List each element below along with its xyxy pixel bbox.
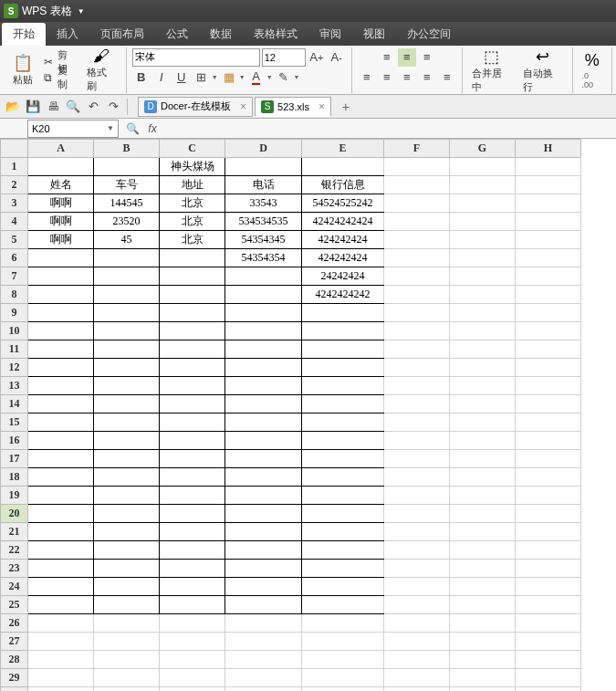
cell-C26[interactable] <box>160 614 225 633</box>
paste-button[interactable]: 📋 粘贴 <box>7 49 38 91</box>
cell-H22[interactable] <box>516 541 581 560</box>
chevron-down-icon[interactable]: ▼ <box>266 74 273 80</box>
row-head-7[interactable]: 7 <box>1 267 28 286</box>
row-head-11[interactable]: 11 <box>1 340 28 359</box>
cell-G19[interactable] <box>450 487 516 505</box>
col-head-D[interactable]: D <box>225 140 302 158</box>
cell-F4[interactable] <box>384 213 450 231</box>
menu-view[interactable]: 视图 <box>352 23 396 46</box>
cell-G2[interactable] <box>450 176 516 194</box>
cell-E23[interactable] <box>302 560 384 578</box>
cell-A7[interactable] <box>28 267 94 286</box>
cell-G16[interactable] <box>450 432 516 450</box>
tab-docer[interactable]: D Docer-在线模板 × <box>138 97 253 117</box>
row-head-14[interactable]: 14 <box>1 395 28 414</box>
cell-D26[interactable] <box>225 614 302 633</box>
cell-C21[interactable] <box>160 523 225 541</box>
cell-D25[interactable] <box>225 596 302 614</box>
cell-H15[interactable] <box>516 414 581 432</box>
cell-C12[interactable] <box>160 359 225 377</box>
cell-B5[interactable]: 45 <box>94 231 160 249</box>
col-head-G[interactable]: G <box>450 140 516 158</box>
row-head-27[interactable]: 27 <box>1 633 28 651</box>
row-head-16[interactable]: 16 <box>1 432 28 450</box>
cell-B1[interactable] <box>94 158 160 176</box>
highlight-button[interactable]: ✎ <box>275 68 293 87</box>
col-head-C[interactable]: C <box>160 140 225 158</box>
print-icon[interactable]: 🖶 <box>44 98 62 116</box>
cell-H27[interactable] <box>516 633 581 651</box>
cell-C29[interactable] <box>160 669 225 687</box>
cell-A27[interactable] <box>28 633 94 651</box>
cell-B15[interactable] <box>94 414 160 432</box>
cell-E12[interactable] <box>302 359 384 377</box>
cell-E19[interactable] <box>302 487 384 505</box>
cell-F14[interactable] <box>384 395 450 414</box>
cell-B13[interactable] <box>94 377 160 395</box>
cell-A30[interactable] <box>28 687 94 692</box>
menu-start[interactable]: 开始 <box>2 23 46 46</box>
cell-E29[interactable] <box>302 669 384 687</box>
cell-D19[interactable] <box>225 487 302 505</box>
cell-C6[interactable] <box>160 249 225 267</box>
cell-B23[interactable] <box>94 560 160 578</box>
cell-C16[interactable] <box>160 432 225 450</box>
cell-G28[interactable] <box>450 651 516 669</box>
cell-A5[interactable]: 啊啊 <box>28 231 94 249</box>
row-head-25[interactable]: 25 <box>1 596 28 614</box>
row-head-3[interactable]: 3 <box>1 194 28 213</box>
cell-G25[interactable] <box>450 596 516 614</box>
cell-C4[interactable]: 北京 <box>160 213 225 231</box>
menu-insert[interactable]: 插入 <box>46 23 89 46</box>
cell-A22[interactable] <box>28 541 94 560</box>
cell-A8[interactable] <box>28 286 94 304</box>
cell-D20[interactable] <box>225 505 302 523</box>
cell-C13[interactable] <box>160 377 225 395</box>
cell-A21[interactable] <box>28 523 94 541</box>
cell-H28[interactable] <box>516 651 581 669</box>
row-head-6[interactable]: 6 <box>1 249 28 267</box>
search-fx-icon[interactable]: 🔍 <box>124 120 141 137</box>
cell-E27[interactable] <box>302 633 384 651</box>
cell-E13[interactable] <box>302 377 384 395</box>
cell-C11[interactable] <box>160 340 225 359</box>
cell-E26[interactable] <box>302 614 384 633</box>
cell-E5[interactable]: 424242424 <box>302 231 384 249</box>
cell-B4[interactable]: 23520 <box>94 213 160 231</box>
cell-E10[interactable] <box>302 322 384 340</box>
cell-G11[interactable] <box>450 340 516 359</box>
cell-G14[interactable] <box>450 395 516 414</box>
cell-A6[interactable] <box>28 249 94 267</box>
cell-A16[interactable] <box>28 432 94 450</box>
cell-C24[interactable] <box>160 578 225 596</box>
fill-color-button[interactable]: ▦ <box>220 68 238 87</box>
title-dropdown-icon[interactable]: ▼ <box>78 7 85 16</box>
cell-A1[interactable] <box>28 158 94 176</box>
row-head-24[interactable]: 24 <box>1 578 28 596</box>
cell-F16[interactable] <box>384 432 450 450</box>
cell-H26[interactable] <box>516 614 581 633</box>
cell-B9[interactable] <box>94 304 160 322</box>
cell-F1[interactable] <box>384 158 450 176</box>
row-head-20[interactable]: 20 <box>1 505 28 523</box>
cell-E2[interactable]: 银行信息 <box>302 176 384 194</box>
decrease-font-icon[interactable]: A- <box>328 48 346 67</box>
menu-page-layout[interactable]: 页面布局 <box>89 23 155 46</box>
cell-D13[interactable] <box>225 377 302 395</box>
name-box[interactable]: K20 ▼ <box>27 120 119 138</box>
cell-H1[interactable] <box>516 158 581 176</box>
cell-D29[interactable] <box>225 669 302 687</box>
cell-C17[interactable] <box>160 450 225 468</box>
cell-D15[interactable] <box>225 414 302 432</box>
select-all-corner[interactable] <box>1 140 28 158</box>
cell-G12[interactable] <box>450 359 516 377</box>
undo-icon[interactable]: ↶ <box>84 98 102 116</box>
cell-F23[interactable] <box>384 560 450 578</box>
cell-F5[interactable] <box>384 231 450 249</box>
cell-G13[interactable] <box>450 377 516 395</box>
cell-H24[interactable] <box>516 578 581 596</box>
cell-H17[interactable] <box>516 450 581 468</box>
cell-A26[interactable] <box>28 614 94 633</box>
cell-D18[interactable] <box>225 468 302 487</box>
cell-B30[interactable] <box>94 687 160 692</box>
